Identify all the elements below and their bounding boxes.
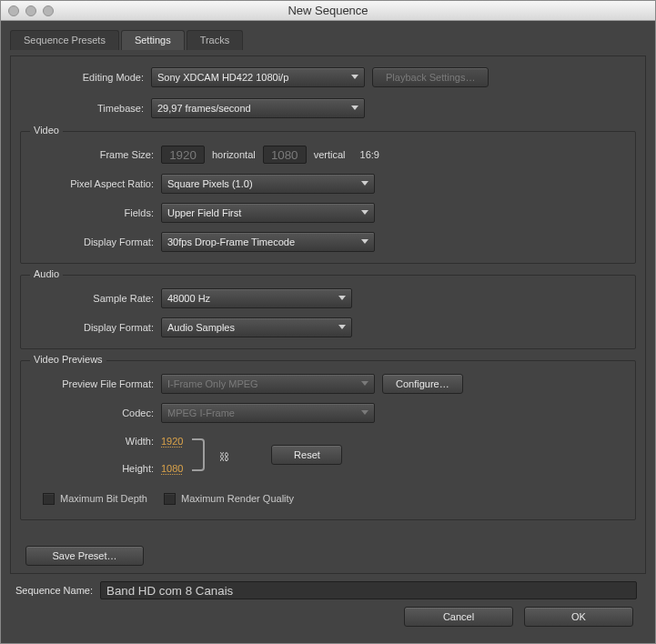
reset-button[interactable]: Reset <box>271 445 342 465</box>
save-preset-button[interactable]: Save Preset… <box>25 546 144 566</box>
horizontal-label: horizontal <box>212 149 256 160</box>
video-previews-legend: Video Previews <box>30 354 106 365</box>
checkbox-icon <box>164 493 176 505</box>
video-legend: Video <box>30 125 63 136</box>
video-display-format-dropdown[interactable]: 30fps Drop-Frame Timecode <box>161 232 375 252</box>
zoom-icon[interactable] <box>43 5 54 16</box>
sequence-name-input[interactable] <box>100 581 637 599</box>
par-dropdown[interactable]: Square Pixels (1.0) <box>161 174 375 194</box>
tab-bar: Sequence Presets Settings Tracks <box>10 30 646 50</box>
fields-dropdown[interactable]: Upper Field First <box>161 203 375 223</box>
par-label: Pixel Aspect Ratio: <box>30 178 154 189</box>
chevron-down-icon <box>361 181 368 186</box>
timebase-dropdown[interactable]: 29,97 frames/second <box>151 98 365 118</box>
vertical-label: vertical <box>314 149 346 160</box>
chevron-down-icon <box>351 106 358 111</box>
sequence-name-label: Sequence Name: <box>15 585 93 596</box>
video-display-format-label: Display Format: <box>30 236 154 247</box>
max-bit-depth-label: Maximum Bit Depth <box>60 493 147 504</box>
fields-value: Upper Field First <box>167 207 241 218</box>
timebase-label: Timebase: <box>20 103 144 114</box>
codec-dropdown: MPEG I-Frame <box>161 403 375 423</box>
dialog-body: Sequence Presets Settings Tracks Editing… <box>1 21 655 643</box>
playback-settings-button: Playback Settings… <box>372 67 489 87</box>
max-render-quality-label: Maximum Render Quality <box>181 493 294 504</box>
editing-mode-label: Editing Mode: <box>20 72 144 83</box>
preview-height-value[interactable]: 1080 <box>161 463 183 474</box>
video-group: Video Frame Size: horizontal vertical 16… <box>20 131 636 264</box>
preview-file-format-label: Preview File Format: <box>30 378 154 389</box>
window-title: New Sequence <box>1 4 655 17</box>
chevron-down-icon <box>338 296 346 301</box>
titlebar: New Sequence <box>1 1 655 21</box>
new-sequence-dialog: New Sequence Sequence Presets Settings T… <box>0 0 656 644</box>
fields-label: Fields: <box>30 207 154 218</box>
tab-sequence-presets[interactable]: Sequence Presets <box>10 30 119 50</box>
audio-display-format-value: Audio Samples <box>167 322 235 333</box>
link-icon[interactable]: ⛓ <box>210 448 229 462</box>
chevron-down-icon <box>361 210 368 216</box>
chevron-down-icon <box>338 325 346 330</box>
editing-mode-dropdown[interactable]: Sony XDCAM HD422 1080i/p <box>151 67 365 87</box>
codec-label: Codec: <box>30 408 154 418</box>
video-display-format-value: 30fps Drop-Frame Timecode <box>167 236 295 247</box>
settings-panel: Editing Mode: Sony XDCAM HD422 1080i/p P… <box>10 55 646 574</box>
preview-height-label: Height: <box>30 463 154 474</box>
max-render-quality-checkbox[interactable]: Maximum Render Quality <box>164 493 294 505</box>
editing-mode-value: Sony XDCAM HD422 1080i/p <box>157 72 288 83</box>
tab-tracks[interactable]: Tracks <box>187 30 244 50</box>
chevron-down-icon <box>351 75 358 80</box>
preview-file-format-dropdown: I-Frame Only MPEG <box>161 374 375 394</box>
preview-file-format-value: I-Frame Only MPEG <box>167 378 258 389</box>
sample-rate-dropdown[interactable]: 48000 Hz <box>161 288 352 308</box>
ok-button[interactable]: OK <box>524 607 633 627</box>
preview-width-label: Width: <box>30 436 154 447</box>
link-dimensions: ⛓ <box>192 438 229 471</box>
tab-settings[interactable]: Settings <box>121 30 185 50</box>
timebase-value: 29,97 frames/second <box>157 103 251 114</box>
par-value: Square Pixels (1.0) <box>167 178 253 189</box>
dialog-buttons: Cancel OK <box>10 599 646 636</box>
chevron-down-icon <box>361 239 368 245</box>
frame-width-input <box>161 146 205 164</box>
window-controls <box>1 5 54 16</box>
chevron-down-icon <box>361 410 368 416</box>
close-icon[interactable] <box>8 5 19 16</box>
chevron-down-icon <box>361 381 368 387</box>
configure-button[interactable]: Configure… <box>382 374 463 394</box>
sample-rate-value: 48000 Hz <box>167 293 210 304</box>
codec-value: MPEG I-Frame <box>167 408 235 418</box>
audio-display-format-label: Display Format: <box>30 322 154 333</box>
aspect-ratio-text: 16:9 <box>360 149 379 160</box>
max-bit-depth-checkbox[interactable]: Maximum Bit Depth <box>43 493 147 505</box>
audio-group: Audio Sample Rate: 48000 Hz Display Form… <box>20 275 636 349</box>
cancel-button[interactable]: Cancel <box>404 607 513 627</box>
preview-width-value[interactable]: 1920 <box>161 436 183 447</box>
checkbox-icon <box>43 493 55 505</box>
audio-display-format-dropdown[interactable]: Audio Samples <box>161 317 352 337</box>
frame-size-label: Frame Size: <box>30 149 154 160</box>
sample-rate-label: Sample Rate: <box>30 293 154 304</box>
minimize-icon[interactable] <box>25 5 36 16</box>
frame-height-input <box>263 146 307 164</box>
video-previews-group: Video Previews Preview File Format: I-Fr… <box>20 360 636 520</box>
audio-legend: Audio <box>30 268 63 279</box>
